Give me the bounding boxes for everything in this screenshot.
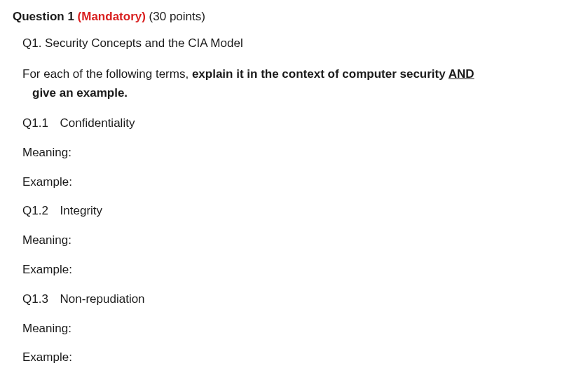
question-heading: Question 1 (Mandatory) (30 points): [13, 8, 575, 25]
question-number: Question 1: [13, 10, 74, 23]
subquestion-term: Confidentiality: [60, 116, 135, 130]
example-field: Example:: [22, 349, 575, 366]
instructions: For each of the following terms, explain…: [22, 64, 575, 102]
mandatory-label: (Mandatory): [78, 10, 146, 23]
instructions-bold-1: explain it in the context of computer se…: [192, 67, 449, 81]
subquestion-number: Q1.1: [22, 115, 48, 132]
points-label: (30 points): [149, 10, 205, 23]
instructions-bold-2: give an example.: [32, 86, 128, 100]
meaning-field: Meaning:: [22, 232, 575, 249]
subquestion: Q1.3 Non-repudiation: [22, 291, 575, 308]
question-body: Q1. Security Concepts and the CIA Model …: [13, 35, 575, 366]
subquestion-number: Q1.3: [22, 291, 48, 308]
meaning-field: Meaning:: [22, 320, 575, 337]
subquestion-term: Non-repudiation: [60, 292, 145, 306]
subquestion-term: Integrity: [60, 204, 102, 217]
instructions-and: AND: [449, 67, 474, 81]
subquestion: Q1.2 Integrity: [22, 203, 575, 219]
question-subtitle: Q1. Security Concepts and the CIA Model: [22, 35, 575, 52]
meaning-field: Meaning:: [22, 144, 575, 161]
example-field: Example:: [22, 174, 575, 191]
subquestion: Q1.1 Confidentiality: [22, 115, 575, 132]
subquestion-number: Q1.2: [22, 203, 48, 219]
instructions-intro: For each of the following terms,: [22, 67, 192, 81]
example-field: Example:: [22, 261, 575, 278]
